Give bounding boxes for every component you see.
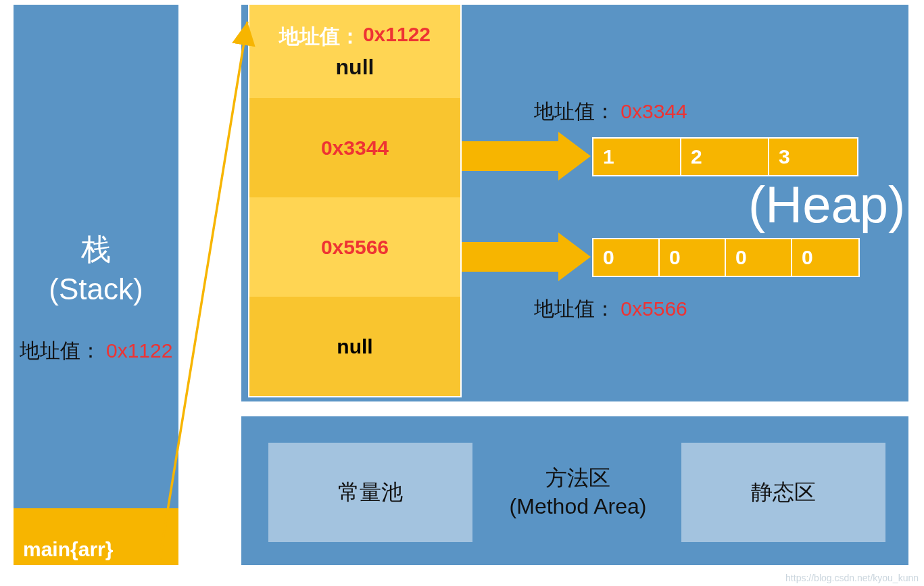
stack-addr-value: 0x1122 bbox=[106, 339, 172, 362]
watermark: https://blog.csdn.net/kyou_kunn bbox=[785, 572, 919, 583]
stack-address: 地址值： 0x1122 bbox=[14, 337, 178, 365]
stack-title-cn: 栈 bbox=[14, 229, 178, 269]
stack-frame-main-label: main{arr} bbox=[23, 538, 113, 561]
heap-title: (Heap) bbox=[748, 175, 905, 234]
method-area-cn: 方法区 bbox=[545, 464, 610, 493]
array-slot-2-value: 0x5566 bbox=[321, 236, 389, 259]
stack-addr-label: 地址值： bbox=[20, 339, 101, 362]
array-slot-2: 0x5566 bbox=[249, 197, 460, 297]
array-slot-3: null bbox=[249, 297, 460, 396]
stack-panel: 栈 (Stack) 地址值： 0x1122 main{arr} bbox=[12, 3, 180, 566]
heap-arr1-cell-1: 2 bbox=[681, 139, 769, 175]
heap-arr2-cell-1: 0 bbox=[660, 239, 726, 276]
array-slot-0-value: null bbox=[336, 55, 374, 80]
heap-array-2: 0 0 0 0 bbox=[592, 238, 860, 277]
heap-addr-label-2: 地址值： 0x5566 bbox=[534, 295, 687, 323]
array-header-label: 地址值： bbox=[279, 23, 360, 51]
stack-title: 栈 (Stack) bbox=[14, 229, 178, 310]
heap-addr1-value: 0x3344 bbox=[621, 100, 687, 122]
array-slot-1: 0x3344 bbox=[249, 98, 460, 197]
arrow-to-arr1-head bbox=[558, 132, 591, 180]
heap-addr2-value: 0x5566 bbox=[621, 297, 687, 320]
stack-title-en: (Stack) bbox=[14, 269, 178, 309]
array-slot-1-value: 0x3344 bbox=[321, 137, 389, 160]
heap-addr-label-1: 地址值： 0x3344 bbox=[534, 98, 687, 126]
method-area-panel: 常量池 方法区 (Method Area) 静态区 bbox=[240, 415, 910, 566]
arrow-to-arr2-head bbox=[558, 233, 591, 281]
heap-arr1-cell-0: 1 bbox=[593, 139, 681, 175]
arrow-to-arr2-shaft bbox=[462, 242, 560, 272]
method-area-en: (Method Area) bbox=[510, 493, 647, 521]
heap-addr1-label: 地址值： bbox=[534, 100, 615, 122]
array-slot-3-value: null bbox=[337, 335, 372, 358]
method-area-label-box: 方法区 (Method Area) bbox=[498, 443, 658, 542]
heap-array-1: 1 2 3 bbox=[592, 137, 858, 176]
heap-arr2-cell-3: 0 bbox=[792, 239, 858, 276]
arrow-to-arr1-shaft bbox=[462, 141, 560, 171]
array-header: 地址值： 0x1122 bbox=[279, 23, 431, 51]
array-slot-0: 地址值： 0x1122 null bbox=[249, 5, 460, 98]
static-area-box: 静态区 bbox=[681, 443, 885, 542]
array-object: 地址值： 0x1122 null 0x3344 0x5566 null bbox=[248, 3, 462, 397]
constant-pool-label: 常量池 bbox=[338, 479, 403, 507]
heap-addr2-label: 地址值： bbox=[534, 297, 615, 320]
stack-frame-main: main{arr} bbox=[14, 508, 178, 565]
static-area-label: 静态区 bbox=[751, 479, 816, 507]
constant-pool-box: 常量池 bbox=[268, 443, 472, 542]
heap-arr1-cell-2: 3 bbox=[769, 139, 857, 175]
heap-arr2-cell-0: 0 bbox=[593, 239, 660, 276]
heap-arr2-cell-2: 0 bbox=[726, 239, 792, 276]
array-header-value: 0x1122 bbox=[363, 23, 431, 51]
